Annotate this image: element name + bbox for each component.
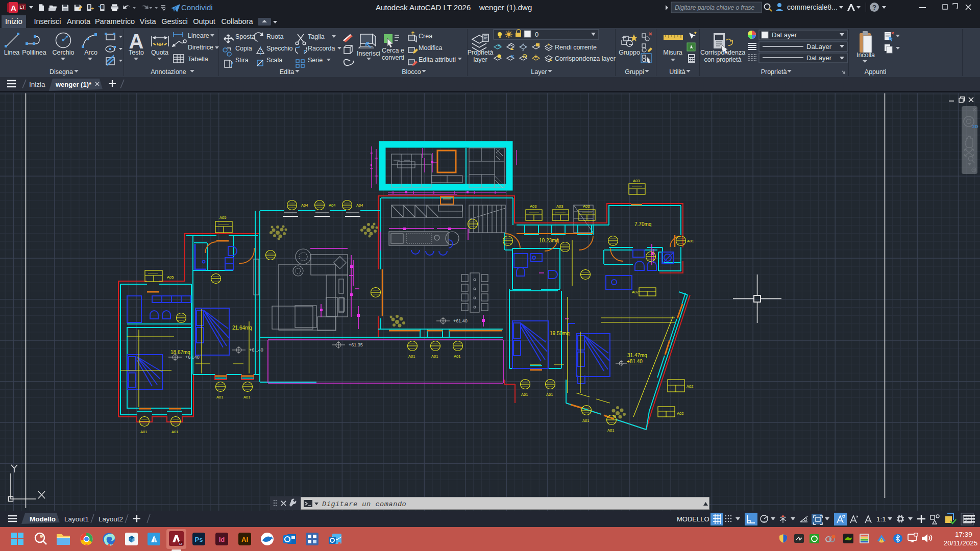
svg-text:commerciale8...: commerciale8... (787, 3, 838, 11)
svg-text:Edita attributi: Edita attributi (419, 56, 456, 63)
svg-text:Ai: Ai (241, 536, 248, 543)
svg-text:Proprietà: Proprietà (761, 68, 787, 76)
svg-text:DaLayer: DaLayer (772, 31, 797, 39)
svg-text:wenger (1)*: wenger (1)* (55, 81, 92, 88)
svg-text:Layout1: Layout1 (64, 515, 89, 523)
svg-text:Proprietà: Proprietà (468, 49, 494, 56)
svg-text:Quota: Quota (151, 49, 168, 56)
svg-text:Rendi corrente: Rendi corrente (555, 44, 597, 51)
svg-text:Layout2: Layout2 (99, 515, 123, 523)
svg-text:Inserisci: Inserisci (357, 50, 380, 57)
svg-text:Digitare parola chiave o frase: Digitare parola chiave o frase (675, 4, 754, 11)
svg-text:Stira: Stira (235, 57, 249, 64)
svg-text:Copia: Copia (235, 45, 252, 52)
svg-text:DaLayer: DaLayer (806, 54, 832, 62)
svg-text:20/11/2025: 20/11/2025 (944, 539, 978, 547)
svg-text:Corrispondenza layer: Corrispondenza layer (555, 55, 616, 62)
svg-text:0: 0 (535, 31, 538, 38)
svg-text:Raccorda: Raccorda (308, 45, 335, 52)
svg-text:Ps: Ps (195, 536, 203, 543)
svg-text:Modifica: Modifica (419, 44, 443, 52)
svg-text:Cerca e: Cerca e (382, 47, 404, 54)
svg-text:Linea: Linea (4, 49, 20, 56)
svg-text:!: ! (881, 538, 883, 542)
svg-text:Utilità: Utilità (669, 68, 685, 76)
svg-text:MODELLO: MODELLO (677, 515, 709, 523)
svg-text:LT: LT (179, 542, 183, 545)
svg-text:layer: layer (473, 56, 487, 63)
svg-text:Id: Id (219, 536, 225, 543)
svg-text:Sposta: Sposta (235, 33, 255, 40)
svg-text:Disegna: Disegna (50, 68, 73, 76)
svg-text:Digitare un comando: Digitare un comando (322, 500, 406, 508)
svg-text:Inizia: Inizia (29, 81, 45, 88)
svg-text:Taglia: Taglia (308, 33, 325, 40)
svg-text:17:39: 17:39 (955, 531, 972, 538)
svg-text:Tabella: Tabella (188, 56, 208, 63)
svg-text:Crea: Crea (419, 33, 432, 40)
svg-text:Lineare: Lineare (188, 32, 209, 39)
svg-text:1:1: 1:1 (876, 515, 886, 523)
svg-text:Direttrice: Direttrice (188, 44, 213, 51)
svg-text:Gruppi: Gruppi (625, 68, 644, 76)
svg-text:con proprietà: con proprietà (704, 56, 742, 63)
svg-text:Corrispondenza: Corrispondenza (700, 49, 745, 56)
svg-text:Incolla: Incolla (856, 52, 875, 59)
svg-text:Cerchio: Cerchio (52, 49, 74, 56)
svg-text:Specchio: Specchio (266, 45, 292, 52)
svg-text:Scala: Scala (266, 57, 282, 64)
svg-text:Arco: Arco (84, 49, 97, 56)
svg-text:Edita: Edita (280, 68, 295, 76)
svg-text:Gruppo: Gruppo (619, 49, 640, 56)
svg-text:DaLayer: DaLayer (806, 43, 832, 51)
svg-text:Blocco: Blocco (402, 68, 421, 76)
svg-text:2D: 2D (972, 124, 978, 129)
svg-text:Layer: Layer (531, 68, 547, 76)
svg-text:Appunti: Appunti (865, 68, 886, 76)
svg-text:Serie: Serie (308, 57, 323, 64)
svg-text:A: A (11, 4, 16, 12)
svg-text:Annotazione: Annotazione (151, 68, 186, 76)
svg-text:?: ? (872, 4, 876, 11)
svg-text:Testo: Testo (129, 49, 144, 56)
svg-text:Modello: Modello (30, 515, 56, 523)
svg-text:converti: converti (382, 54, 404, 61)
svg-text:Polilinea: Polilinea (22, 49, 46, 56)
svg-text:LT: LT (20, 5, 26, 10)
svg-text:Misura: Misura (663, 49, 682, 56)
svg-text:Ruota: Ruota (266, 33, 283, 40)
